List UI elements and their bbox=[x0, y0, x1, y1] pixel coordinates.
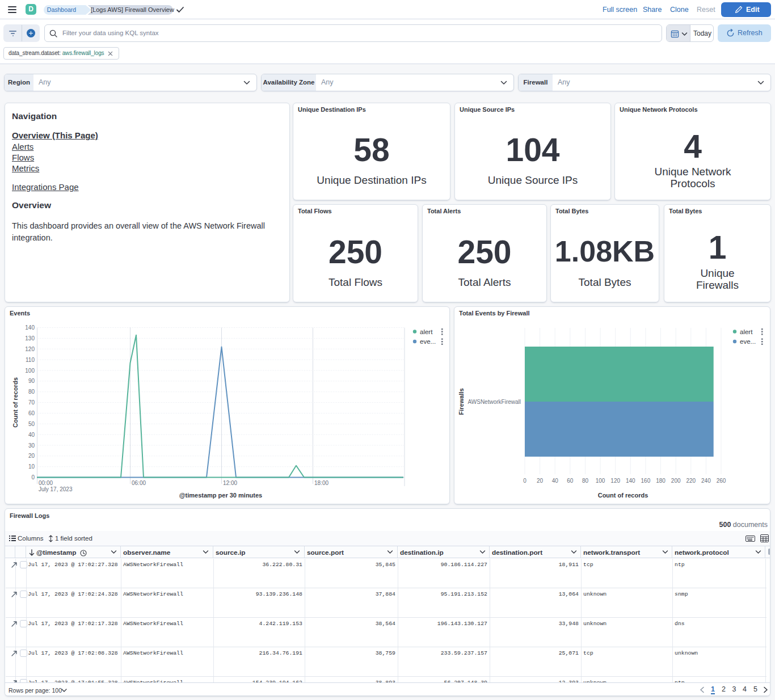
svg-text:AWSNetworkFirewall: AWSNetworkFirewall bbox=[467, 399, 521, 405]
svg-text:10: 10 bbox=[28, 463, 35, 470]
svg-text:140: 140 bbox=[626, 478, 635, 484]
svg-text:90: 90 bbox=[28, 378, 35, 384]
svg-text:12:00: 12:00 bbox=[223, 480, 237, 486]
svg-text:260: 260 bbox=[717, 478, 726, 484]
svg-text:0: 0 bbox=[523, 478, 527, 484]
svg-text:eve...: eve... bbox=[740, 338, 756, 345]
svg-text:80: 80 bbox=[28, 389, 35, 395]
svg-text:100: 100 bbox=[596, 478, 605, 484]
svg-text:30: 30 bbox=[28, 442, 35, 449]
svg-text:100: 100 bbox=[25, 368, 35, 374]
svg-text:20: 20 bbox=[28, 453, 35, 459]
svg-text:240: 240 bbox=[701, 478, 711, 484]
svg-text:July 17, 2023: July 17, 2023 bbox=[39, 486, 73, 492]
svg-text:80: 80 bbox=[582, 478, 589, 484]
svg-text:140: 140 bbox=[25, 324, 35, 331]
svg-text:120: 120 bbox=[610, 478, 620, 484]
svg-text:Count of records: Count of records bbox=[12, 377, 19, 428]
svg-text:eve...: eve... bbox=[420, 338, 436, 345]
svg-text:alert: alert bbox=[420, 328, 433, 335]
svg-text:180: 180 bbox=[656, 478, 666, 484]
svg-text:70: 70 bbox=[28, 399, 35, 406]
svg-text:60: 60 bbox=[567, 478, 574, 484]
svg-text:06:00: 06:00 bbox=[132, 480, 146, 486]
svg-text:@timestamp per 30 minutes: @timestamp per 30 minutes bbox=[179, 492, 262, 499]
svg-text:110: 110 bbox=[26, 357, 35, 363]
svg-text:200: 200 bbox=[671, 478, 681, 484]
svg-text:18:00: 18:00 bbox=[314, 480, 328, 486]
svg-text:60: 60 bbox=[28, 410, 35, 416]
svg-text:00:00: 00:00 bbox=[39, 480, 53, 486]
svg-text:0: 0 bbox=[31, 474, 35, 480]
svg-text:220: 220 bbox=[686, 478, 696, 484]
svg-text:120: 120 bbox=[25, 346, 35, 352]
svg-text:160: 160 bbox=[641, 478, 651, 484]
svg-text:Firewalls: Firewalls bbox=[458, 388, 465, 415]
svg-text:50: 50 bbox=[28, 421, 35, 427]
svg-text:40: 40 bbox=[552, 478, 559, 484]
svg-text:20: 20 bbox=[537, 478, 544, 484]
svg-text:Count of records: Count of records bbox=[598, 492, 648, 499]
svg-text:40: 40 bbox=[28, 432, 35, 438]
svg-text:alert: alert bbox=[740, 328, 753, 335]
svg-text:130: 130 bbox=[25, 335, 35, 341]
